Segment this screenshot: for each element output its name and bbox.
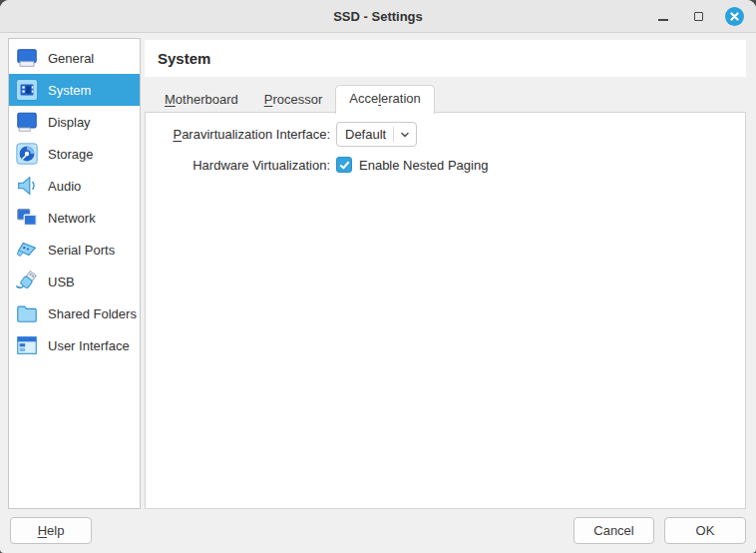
window-title: SSD - Settings bbox=[0, 0, 756, 33]
usb-icon bbox=[14, 269, 40, 294]
sidebar-item-display[interactable]: Display bbox=[9, 106, 140, 138]
tab-motherboard[interactable]: Motherboard bbox=[152, 87, 251, 113]
paravirtualization-dropdown[interactable]: Default bbox=[336, 122, 417, 147]
nested-paging-checkbox-group[interactable]: Enable Nested Paging bbox=[336, 157, 488, 173]
system-icon bbox=[14, 77, 40, 103]
paravirtualization-row: Paravirtualization Interface: Default bbox=[146, 122, 745, 147]
sidebar-item-label: System bbox=[48, 83, 91, 98]
check-icon bbox=[339, 160, 350, 171]
settings-window: SSD - Settings General System bbox=[0, 0, 756, 553]
window-controls bbox=[653, 0, 744, 33]
sidebar-item-user-interface[interactable]: User Interface bbox=[9, 329, 140, 361]
close-icon bbox=[730, 12, 739, 21]
page-title: System bbox=[145, 40, 746, 77]
sidebar-item-usb[interactable]: USB bbox=[9, 266, 140, 297]
close-button[interactable] bbox=[725, 7, 744, 26]
general-icon bbox=[14, 45, 40, 71]
sidebar-item-audio[interactable]: Audio bbox=[9, 170, 140, 202]
sidebar-item-serial-ports[interactable]: Serial Ports bbox=[9, 234, 140, 266]
network-icon bbox=[14, 205, 40, 231]
cancel-button[interactable]: Cancel bbox=[573, 517, 654, 544]
sidebar-item-shared-folders[interactable]: Shared Folders bbox=[9, 297, 140, 329]
paravirtualization-label: Paravirtualization Interface: bbox=[146, 127, 330, 142]
paravirtualization-dropdown-value: Default bbox=[345, 127, 393, 142]
minimize-button[interactable] bbox=[653, 7, 672, 26]
hardware-virtualization-label: Hardware Virtualization: bbox=[146, 158, 330, 173]
minimize-icon bbox=[658, 19, 668, 21]
nested-paging-checkbox-label: Enable Nested Paging bbox=[359, 158, 488, 173]
display-icon bbox=[14, 109, 40, 135]
tab-processor[interactable]: Processor bbox=[251, 87, 336, 113]
shared-folders-icon bbox=[14, 300, 40, 326]
chevron-down-icon bbox=[394, 130, 416, 140]
acceleration-tab-panel: Paravirtualization Interface: Default Ha… bbox=[145, 112, 746, 509]
title-bar: SSD - Settings bbox=[0, 0, 756, 33]
sidebar-item-label: Serial Ports bbox=[48, 243, 115, 258]
audio-icon bbox=[14, 173, 40, 199]
serial-ports-icon bbox=[14, 237, 40, 263]
sidebar-item-storage[interactable]: Storage bbox=[9, 138, 140, 170]
sidebar-item-label: Network bbox=[48, 211, 96, 226]
sidebar-item-label: Shared Folders bbox=[48, 306, 137, 321]
sidebar-item-label: User Interface bbox=[48, 338, 130, 353]
sidebar-item-label: Display bbox=[48, 115, 91, 130]
system-tab-bar: Motherboard Processor Acceleration bbox=[145, 85, 746, 113]
settings-category-list: General System Display Storage Audio bbox=[8, 38, 141, 509]
sidebar-item-general[interactable]: General bbox=[9, 42, 140, 74]
tab-acceleration[interactable]: Acceleration bbox=[335, 85, 435, 114]
user-interface-icon bbox=[14, 332, 40, 358]
sidebar-item-label: General bbox=[48, 51, 94, 66]
help-button[interactable]: Help bbox=[10, 517, 92, 544]
sidebar-item-label: Storage bbox=[48, 147, 94, 162]
nested-paging-checkbox[interactable] bbox=[336, 157, 352, 173]
maximize-icon bbox=[694, 12, 703, 21]
ok-button[interactable]: OK bbox=[664, 517, 746, 544]
maximize-button[interactable] bbox=[689, 7, 708, 26]
storage-icon bbox=[14, 141, 40, 167]
sidebar-item-label: Audio bbox=[48, 179, 81, 194]
sidebar-item-network[interactable]: Network bbox=[9, 202, 140, 234]
sidebar-item-system[interactable]: System bbox=[9, 74, 140, 106]
sidebar-item-label: USB bbox=[48, 275, 75, 289]
hardware-virtualization-row: Hardware Virtualization: Enable Nested P… bbox=[146, 157, 745, 173]
